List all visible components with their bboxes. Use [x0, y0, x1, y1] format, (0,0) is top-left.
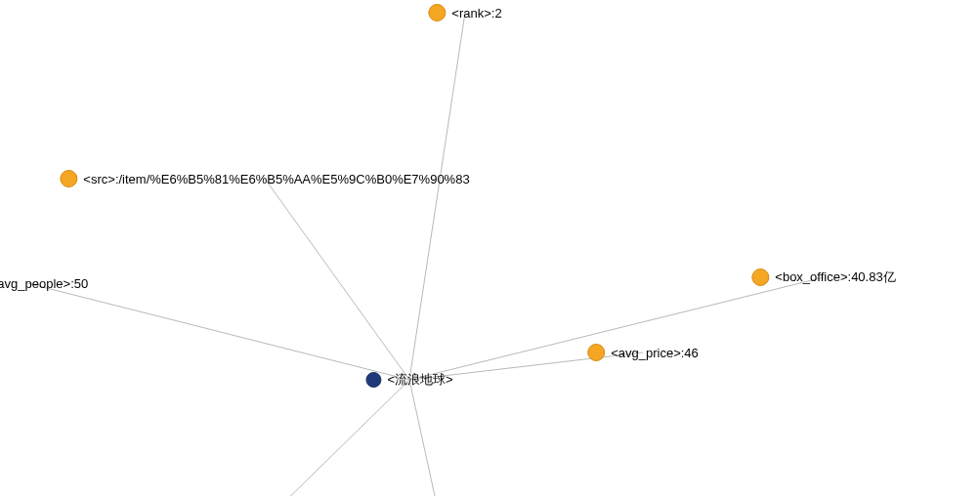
edge-line	[409, 380, 442, 496]
graph-edges	[0, 0, 980, 496]
leaf-node-box-office[interactable]: <box_office>:40.83亿	[751, 269, 895, 286]
leaf-node-avg-people[interactable]: <avg_people>:50	[0, 274, 88, 292]
leaf-node-src[interactable]: <src>:/item/%E6%B5%81%E6%B5%AA%E5%9C%B0%…	[60, 170, 469, 187]
center-node[interactable]: <流浪地球>	[365, 371, 452, 389]
leaf-node-icon	[751, 269, 769, 286]
leaf-node-icon	[587, 344, 605, 361]
leaf-node-label: <avg_people>:50	[0, 276, 88, 291]
leaf-node-label: <rank>:2	[451, 6, 501, 21]
leaf-node-avg-price[interactable]: <avg_price>:46	[587, 344, 699, 361]
edge-line	[269, 380, 409, 496]
leaf-node-label: <box_office>:40.83亿	[775, 269, 895, 286]
leaf-node-icon	[428, 4, 446, 21]
leaf-node-rank[interactable]: <rank>:2	[428, 4, 501, 21]
leaf-node-label: <src>:/item/%E6%B5%81%E6%B5%AA%E5%9C%B0%…	[83, 172, 469, 186]
edge-line	[265, 179, 409, 380]
leaf-node-label: <avg_price>:46	[611, 346, 699, 360]
edge-line	[409, 277, 824, 380]
center-node-label: <流浪地球>	[387, 371, 452, 389]
leaf-node-icon	[60, 170, 77, 187]
edge-line	[27, 283, 409, 380]
knowledge-graph[interactable]: <流浪地球> <rank>:2 <src>:/item/%E6%B5%81%E6…	[0, 0, 980, 496]
edge-line	[409, 13, 465, 380]
center-node-icon	[365, 372, 381, 388]
